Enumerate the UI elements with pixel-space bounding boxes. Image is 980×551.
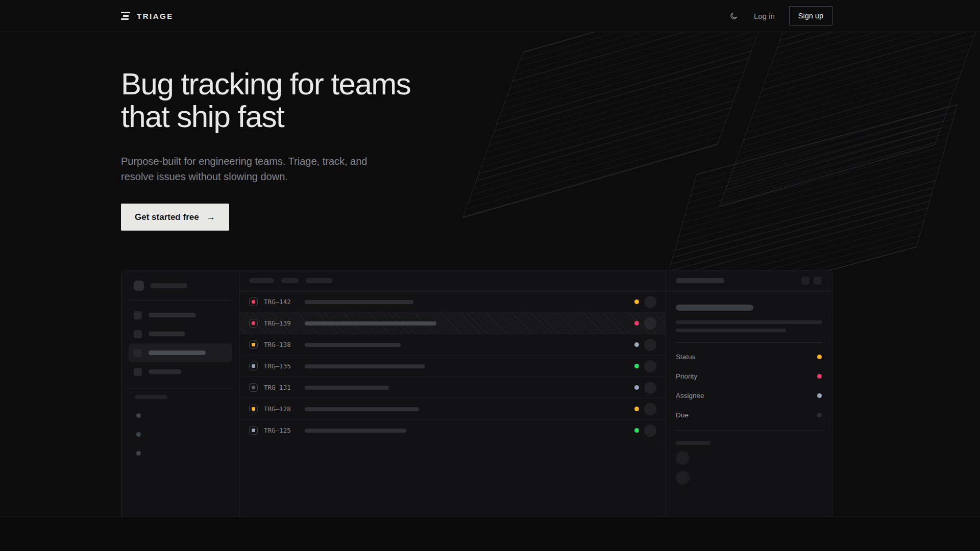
assignee-avatar[interactable] <box>644 296 656 308</box>
workspace-switcher[interactable] <box>129 281 232 291</box>
title-line-2: that ship fast <box>121 99 284 134</box>
detail-text-skeleton <box>676 329 786 332</box>
issue-title-skeleton <box>305 407 419 411</box>
assignee-avatar[interactable] <box>644 360 656 372</box>
issue-row[interactable]: TRG–128 <box>240 398 665 420</box>
field-label: Status <box>676 353 695 361</box>
issue-id: TRG–142 <box>264 298 301 306</box>
sidebar-nav <box>129 306 232 381</box>
sidebar-item[interactable] <box>129 306 232 324</box>
detail-fields: StatusPriorityAssigneeDue <box>676 347 822 424</box>
issue-row-meta <box>634 339 656 351</box>
issue-title-skeleton <box>305 300 413 304</box>
title-line-1: Bug tracking for teams <box>121 67 410 101</box>
sidebar-item[interactable] <box>129 324 232 343</box>
field-label: Due <box>676 411 689 419</box>
footer-band <box>0 517 980 550</box>
label-dot <box>136 432 141 437</box>
assignee-avatar[interactable] <box>644 424 656 437</box>
field-value-dot <box>817 413 822 417</box>
sidebar-item-skeleton <box>149 350 206 355</box>
theme-toggle-moon-icon[interactable] <box>728 10 740 21</box>
issue-row-meta <box>634 382 656 394</box>
filter-tab-skeleton[interactable] <box>249 278 274 283</box>
issue-row-meta <box>634 403 656 415</box>
issue-id: TRG–125 <box>264 427 301 434</box>
hero-subtitle: Purpose-built for engineering teams. Tri… <box>121 154 980 184</box>
sidebar-item-icon <box>134 368 142 376</box>
issue-row-meta <box>634 317 656 330</box>
sidebar-divider <box>129 388 232 389</box>
brand-logo[interactable]: TRIAGE <box>121 12 174 20</box>
detail-header <box>666 270 832 291</box>
detail-title-skeleton <box>676 305 753 311</box>
page-title: Bug tracking for teams that ship fast <box>121 68 980 133</box>
assignee-avatar[interactable] <box>644 403 656 415</box>
assignee-avatar[interactable] <box>644 382 656 394</box>
detail-header-actions <box>801 277 822 285</box>
issue-row-meta <box>634 360 656 372</box>
status-dot <box>634 428 639 433</box>
detail-field-row[interactable]: Status <box>676 347 822 366</box>
detail-field-row[interactable]: Due <box>676 405 822 424</box>
login-link[interactable]: Log in <box>754 12 775 20</box>
issue-row[interactable]: TRG–125 <box>240 420 665 441</box>
filter-tab-skeleton[interactable] <box>281 278 299 283</box>
issue-list: TRG–142TRG–139TRG–138TRG–135TRG–131TRG–1… <box>240 270 665 517</box>
sidebar-item[interactable] <box>129 362 232 381</box>
app-mockup: TRG–142TRG–139TRG–138TRG–135TRG–131TRG–1… <box>121 270 832 517</box>
sidebar-section-skeleton <box>135 395 167 399</box>
status-dot <box>634 385 639 390</box>
sidebar-item[interactable] <box>129 343 232 362</box>
status-dot <box>634 321 639 325</box>
issue-row[interactable]: TRG–135 <box>240 356 665 377</box>
issue-type-icon <box>249 362 258 370</box>
get-started-button[interactable]: Get started free → <box>121 204 229 231</box>
issue-type-icon <box>249 340 258 349</box>
activity-avatar <box>676 471 690 485</box>
subtitle-line-1: Purpose-built for engineering teams. Tri… <box>121 156 367 167</box>
detail-body: StatusPriorityAssigneeDue <box>666 291 832 485</box>
sidebar-item-icon <box>134 349 142 357</box>
issue-type-icon-fill <box>252 407 255 411</box>
detail-action-icon[interactable] <box>814 277 822 285</box>
assignee-avatar[interactable] <box>644 339 656 351</box>
workspace-icon <box>134 281 144 291</box>
detail-field-row[interactable]: Priority <box>676 366 822 386</box>
issue-id: TRG–131 <box>264 384 301 391</box>
status-dot <box>634 407 639 411</box>
issue-row[interactable]: TRG–139 <box>240 313 665 334</box>
sidebar-item-icon <box>134 330 142 338</box>
detail-action-icon[interactable] <box>801 277 810 285</box>
sidebar-item-icon <box>134 311 142 319</box>
issue-row-meta <box>634 296 656 308</box>
status-dot <box>634 364 639 368</box>
nav-actions: Log in Sign up <box>728 6 832 26</box>
issue-type-icon-fill <box>252 429 255 432</box>
issue-type-icon-fill <box>252 321 255 325</box>
signup-button[interactable]: Sign up <box>789 6 832 26</box>
issue-title-skeleton <box>305 386 389 390</box>
detail-field-row[interactable]: Assignee <box>676 386 822 405</box>
issue-row[interactable]: TRG–138 <box>240 334 665 356</box>
issue-type-icon <box>249 426 258 435</box>
sidebar-label-dots <box>129 413 232 456</box>
assignee-avatar[interactable] <box>644 317 656 330</box>
activity-label-skeleton <box>676 441 710 445</box>
issue-title-skeleton <box>305 429 406 433</box>
issue-row[interactable]: TRG–142 <box>240 291 665 313</box>
field-value-dot <box>817 374 822 379</box>
activity-avatar <box>676 451 690 465</box>
field-label: Priority <box>676 372 697 380</box>
filter-tab-skeleton[interactable] <box>306 278 333 283</box>
triage-logo-icon <box>121 12 131 20</box>
sidebar-item-skeleton <box>149 313 196 317</box>
hero-content: Bug tracking for teams that ship fast Pu… <box>121 32 980 231</box>
issue-id: TRG–139 <box>264 319 301 327</box>
detail-text-skeleton <box>676 320 822 324</box>
detail-divider <box>676 342 822 343</box>
label-dot <box>136 451 141 456</box>
issue-title-skeleton <box>305 321 436 325</box>
issue-id: TRG–135 <box>264 362 301 370</box>
issue-row[interactable]: TRG–131 <box>240 377 665 398</box>
